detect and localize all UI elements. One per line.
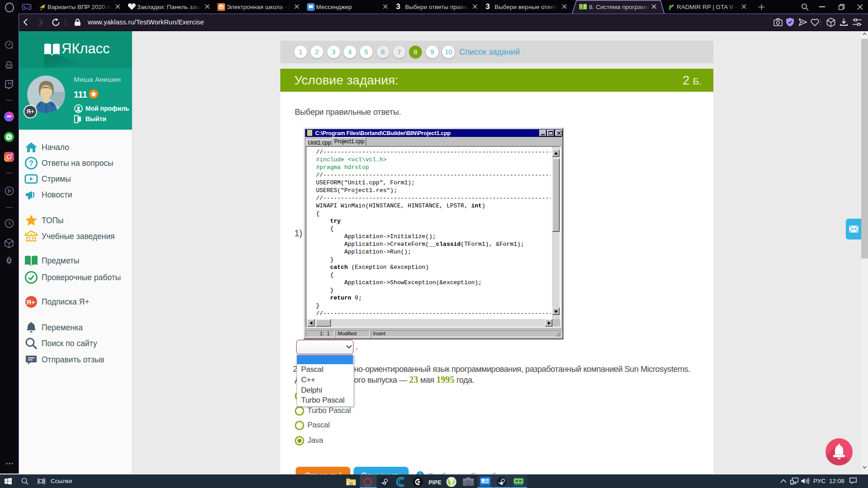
svg-text:Я+: Я+ xyxy=(26,298,35,306)
svg-text:?: ? xyxy=(29,160,33,167)
